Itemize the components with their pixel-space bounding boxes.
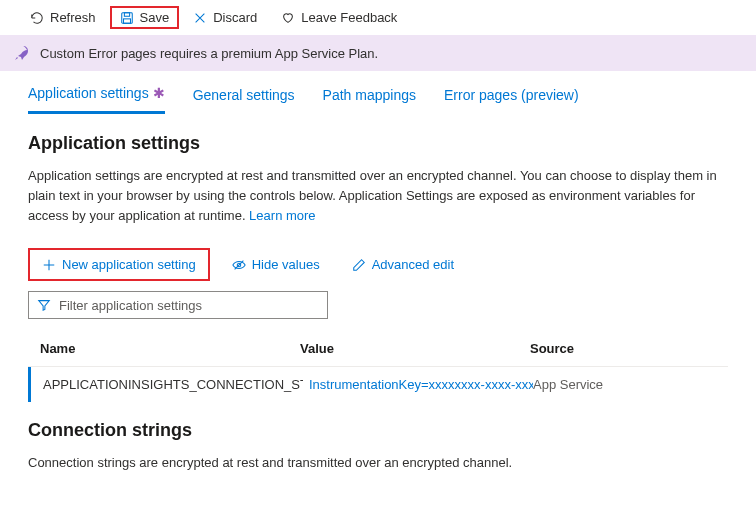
hide-values-label: Hide values — [252, 257, 320, 272]
svg-rect-1 — [124, 12, 129, 16]
application-settings-section: Application settings Application setting… — [0, 115, 756, 230]
svg-rect-2 — [123, 18, 130, 22]
section-description: Connection strings are encrypted at rest… — [28, 453, 728, 473]
plus-icon — [42, 258, 56, 272]
col-name: Name — [40, 341, 300, 356]
advanced-edit-label: Advanced edit — [372, 257, 454, 272]
table-header: Name Value Source — [28, 331, 728, 367]
connection-strings-section: Connection strings Connection strings ar… — [0, 402, 756, 477]
refresh-label: Refresh — [50, 10, 96, 25]
premium-banner: Custom Error pages requires a premium Ap… — [0, 35, 756, 71]
save-button[interactable]: Save — [110, 6, 180, 29]
setting-source: App Service — [533, 377, 716, 392]
discard-button[interactable]: Discard — [183, 6, 267, 29]
discard-label: Discard — [213, 10, 257, 25]
save-label: Save — [140, 10, 170, 25]
tab-label: Application settings — [28, 85, 149, 101]
filter-input[interactable] — [59, 298, 319, 313]
new-setting-label: New application setting — [62, 257, 196, 272]
advanced-edit-button[interactable]: Advanced edit — [342, 251, 464, 278]
tab-bar: Application settings ✱ General settings … — [0, 71, 756, 115]
close-icon — [193, 11, 207, 25]
section-description: Application settings are encrypted at re… — [28, 166, 728, 226]
table-row[interactable]: APPLICATIONINSIGHTS_CONNECTION_STRING In… — [28, 367, 728, 402]
setting-value[interactable]: InstrumentationKey=xxxxxxxx-xxxx-xxxx — [303, 377, 533, 392]
pencil-icon — [352, 258, 366, 272]
refresh-icon — [30, 11, 44, 25]
save-icon — [120, 11, 134, 25]
filter-wrap — [0, 291, 756, 331]
heart-icon — [281, 11, 295, 25]
tab-path-mappings[interactable]: Path mappings — [323, 85, 416, 114]
col-value: Value — [300, 341, 530, 356]
tab-general-settings[interactable]: General settings — [193, 85, 295, 114]
filter-input-container[interactable] — [28, 291, 328, 319]
tab-error-pages[interactable]: Error pages (preview) — [444, 85, 579, 114]
eye-off-icon — [232, 258, 246, 272]
feedback-button[interactable]: Leave Feedback — [271, 6, 407, 29]
settings-table: Name Value Source APPLICATIONINSIGHTS_CO… — [0, 331, 756, 402]
new-application-setting-button[interactable]: New application setting — [28, 248, 210, 281]
filter-icon — [37, 298, 51, 312]
section-title: Connection strings — [28, 420, 728, 441]
section-title: Application settings — [28, 133, 728, 154]
banner-text: Custom Error pages requires a premium Ap… — [40, 46, 378, 61]
settings-actions: New application setting Hide values Adva… — [0, 230, 756, 291]
rocket-icon — [14, 45, 30, 61]
feedback-label: Leave Feedback — [301, 10, 397, 25]
hide-values-button[interactable]: Hide values — [222, 251, 330, 278]
command-bar: Refresh Save Discard Leave Feedback — [0, 0, 756, 35]
col-source: Source — [530, 341, 716, 356]
tab-application-settings[interactable]: Application settings ✱ — [28, 85, 165, 114]
refresh-button[interactable]: Refresh — [20, 6, 106, 29]
setting-name: APPLICATIONINSIGHTS_CONNECTION_STRING — [43, 377, 303, 392]
dirty-indicator-icon: ✱ — [153, 85, 165, 101]
learn-more-link[interactable]: Learn more — [249, 208, 315, 223]
